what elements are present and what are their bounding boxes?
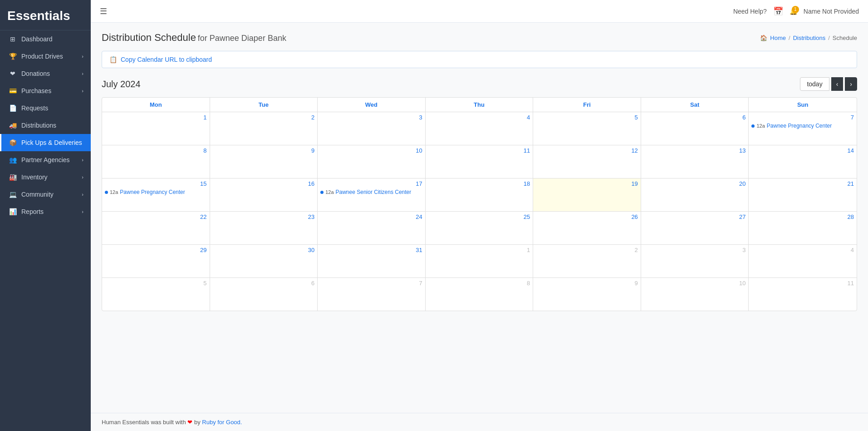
app-logo: Essentials [0, 0, 91, 30]
cal-date[interactable]: 15 [105, 180, 207, 187]
cal-cell: 22 [102, 212, 210, 244]
cal-cell: 14 [749, 145, 857, 178]
event-label: Pawnee Pregnancy Center [120, 189, 185, 195]
inventory-icon: 🏭 [9, 173, 17, 181]
cal-date[interactable]: 27 [644, 213, 746, 220]
cal-cell: 712aPawnee Pregnancy Center [749, 112, 857, 145]
cal-date[interactable]: 3 [644, 247, 746, 253]
cal-date[interactable]: 24 [320, 213, 422, 220]
cal-date[interactable]: 23 [213, 213, 315, 220]
sidebar-item-community[interactable]: 💻 Community › [0, 186, 91, 203]
cal-date[interactable]: 3 [320, 114, 422, 121]
footer-heart: ❤ [187, 419, 192, 426]
breadcrumb-distributions-link[interactable]: Distributions [793, 35, 826, 41]
cal-date[interactable]: 7 [320, 280, 422, 287]
footer-text2: by [194, 419, 202, 426]
product-drives-icon: 🏆 [9, 53, 17, 60]
breadcrumb-home-link[interactable]: Home [770, 35, 786, 41]
cal-date[interactable]: 30 [213, 247, 315, 253]
cal-date[interactable]: 14 [751, 147, 854, 154]
sidebar-item-product-drives[interactable]: 🏆 Product Drives › [0, 48, 91, 65]
cal-date[interactable]: 12 [536, 147, 638, 154]
cal-date[interactable]: 8 [428, 280, 530, 287]
breadcrumb-current: Schedule [833, 35, 857, 41]
cal-date[interactable]: 20 [644, 180, 746, 187]
cal-date[interactable]: 8 [105, 147, 207, 154]
cal-date[interactable]: 28 [751, 213, 854, 220]
cal-date[interactable]: 31 [320, 247, 422, 253]
cal-header-wed: Wed [318, 98, 426, 112]
sidebar-item-donations[interactable]: ❤ Donations › [0, 65, 91, 82]
cal-date[interactable]: 26 [536, 213, 638, 220]
cal-cell: 16 [210, 178, 318, 211]
sidebar-label-pickups: Pick Ups & Deliveries [21, 139, 82, 146]
cal-date[interactable]: 25 [428, 213, 530, 220]
cal-date[interactable]: 10 [644, 280, 746, 287]
chevron-product-drives-icon: › [82, 54, 83, 59]
next-button[interactable]: › [845, 77, 857, 91]
cal-date[interactable]: 4 [751, 247, 854, 253]
chevron-inventory-icon: › [82, 174, 83, 180]
cal-date[interactable]: 16 [213, 180, 315, 187]
cal-week-3: 22232425262728 [102, 212, 857, 245]
cal-date[interactable]: 13 [644, 147, 746, 154]
calendar-header-row: MonTueWedThuFriSatSun [102, 98, 857, 112]
help-link[interactable]: Need Help? [733, 8, 767, 15]
chevron-reports-icon: › [82, 209, 83, 214]
cal-cell: 1712aPawnee Senior Citizens Center [318, 178, 426, 211]
calendar-url-bar[interactable]: 📋 Copy Calendar URL to clipboard [102, 51, 857, 68]
cal-date[interactable]: 11 [751, 280, 854, 287]
cal-header-sat: Sat [641, 98, 749, 112]
sidebar-item-requests[interactable]: 📄 Requests [0, 99, 91, 117]
cal-date[interactable]: 1 [428, 247, 530, 253]
cal-date[interactable]: 18 [428, 180, 530, 187]
cal-week-1: 891011121314 [102, 145, 857, 178]
cal-date[interactable]: 9 [213, 147, 315, 154]
purchases-icon: 💳 [9, 87, 17, 94]
cal-event[interactable]: 12aPawnee Senior Citizens Center [320, 189, 422, 195]
sidebar: Essentials ⊞ Dashboard 🏆 Product Drives … [0, 0, 91, 431]
footer: Human Essentials was built with ❤ by Rub… [91, 413, 868, 431]
cal-date[interactable]: 4 [428, 114, 530, 121]
sidebar-item-distributions[interactable]: 🚚 Distributions [0, 117, 91, 134]
pickups-icon: 📦 [9, 139, 17, 146]
cal-cell: 31 [318, 245, 426, 277]
today-button[interactable]: today [800, 77, 829, 91]
ruby-for-good-link[interactable]: Ruby for Good. [202, 419, 242, 426]
cal-date[interactable]: 17 [320, 180, 422, 187]
cal-event[interactable]: 12aPawnee Pregnancy Center [751, 123, 854, 129]
cal-cell: 10 [641, 278, 749, 311]
cal-date[interactable]: 10 [320, 147, 422, 154]
sidebar-label-partner-agencies: Partner Agencies [21, 156, 70, 163]
notification-bell[interactable]: 🔔 1 [790, 8, 797, 15]
hamburger-icon[interactable]: ☰ [100, 6, 107, 16]
cal-date[interactable]: 6 [644, 114, 746, 121]
cal-date[interactable]: 7 [751, 114, 854, 121]
sidebar-item-purchases[interactable]: 💳 Purchases › [0, 82, 91, 99]
cal-date[interactable]: 29 [105, 247, 207, 253]
cal-date[interactable]: 9 [536, 280, 638, 287]
cal-date[interactable]: 5 [105, 280, 207, 287]
prev-button[interactable]: ‹ [831, 77, 843, 91]
cal-date[interactable]: 22 [105, 213, 207, 220]
sidebar-item-dashboard[interactable]: ⊞ Dashboard [0, 30, 91, 48]
event-time: 12a [110, 189, 118, 195]
distributions-icon: 🚚 [9, 122, 17, 129]
cal-date[interactable]: 19 [536, 180, 638, 187]
cal-date[interactable]: 2 [213, 114, 315, 121]
cal-date[interactable]: 11 [428, 147, 530, 154]
content-area: Distribution Schedule for Pawnee Diaper … [91, 23, 868, 413]
chevron-partner-agencies-icon: › [82, 157, 83, 163]
sidebar-item-pickups[interactable]: 📦 Pick Ups & Deliveries [0, 134, 91, 151]
cal-date[interactable]: 6 [213, 280, 315, 287]
cal-date[interactable]: 5 [536, 114, 638, 121]
cal-date[interactable]: 1 [105, 114, 207, 121]
calendar-icon[interactable]: 📅 [773, 6, 783, 16]
cal-event[interactable]: 12aPawnee Pregnancy Center [105, 189, 207, 195]
cal-date[interactable]: 2 [536, 247, 638, 253]
sidebar-item-reports[interactable]: 📊 Reports › [0, 203, 91, 220]
cal-cell: 4 [426, 112, 534, 145]
cal-date[interactable]: 21 [751, 180, 854, 187]
sidebar-item-partner-agencies[interactable]: 👥 Partner Agencies › [0, 151, 91, 168]
sidebar-item-inventory[interactable]: 🏭 Inventory › [0, 168, 91, 186]
